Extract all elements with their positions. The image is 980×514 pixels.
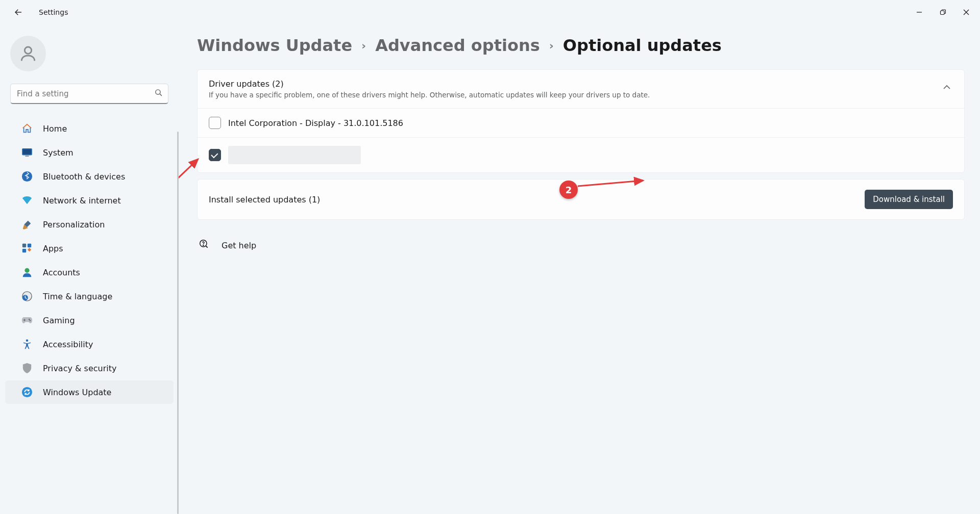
search-icon — [154, 88, 163, 99]
get-help-label: Get help — [222, 241, 256, 250]
window-title: Settings — [39, 8, 68, 16]
main-content: Windows Update › Advanced options › Opti… — [179, 24, 980, 514]
windows-update-icon — [21, 387, 33, 398]
system-icon — [21, 147, 33, 158]
breadcrumb-windows-update[interactable]: Windows Update — [197, 36, 352, 55]
svg-point-20 — [22, 387, 32, 397]
search-field[interactable] — [17, 89, 148, 98]
driver-updates-card: Driver updates (2) If you have a specifi… — [197, 69, 965, 173]
update-row[interactable]: Intel Corporation - Display - 31.0.101.5… — [198, 109, 964, 138]
svg-rect-9 — [25, 156, 29, 157]
sidebar-item-label: Network & internet — [43, 196, 121, 205]
chevron-right-icon: › — [549, 39, 554, 52]
accounts-icon — [21, 267, 33, 278]
sidebar-item-label: System — [43, 148, 74, 158]
svg-rect-1 — [941, 11, 945, 15]
sidebar-item-label: Bluetooth & devices — [43, 172, 125, 182]
close-button[interactable] — [954, 2, 978, 22]
update-label-redacted — [228, 146, 361, 164]
sidebar-item-privacy[interactable]: Privacy & security — [5, 356, 174, 380]
sidebar-item-home[interactable]: Home — [5, 117, 174, 140]
personalization-icon — [21, 219, 33, 230]
breadcrumb: Windows Update › Advanced options › Opti… — [197, 36, 965, 55]
home-icon — [21, 123, 33, 134]
driver-updates-subtext: If you have a specific problem, one of t… — [209, 91, 936, 99]
install-selected-card: Install selected updates (1) Download & … — [197, 179, 965, 220]
gaming-icon — [21, 315, 33, 326]
driver-updates-header[interactable]: Driver updates (2) If you have a specifi… — [198, 70, 964, 109]
sidebar-item-accounts[interactable]: Accounts — [5, 261, 174, 284]
sidebar-item-label: Privacy & security — [43, 364, 116, 373]
svg-rect-11 — [22, 244, 26, 247]
update-checkbox[interactable] — [209, 149, 221, 161]
update-checkbox[interactable] — [209, 117, 221, 129]
svg-line-6 — [160, 94, 162, 96]
accessibility-icon — [21, 339, 33, 350]
sidebar-item-accessibility[interactable]: Accessibility — [5, 332, 174, 356]
privacy-icon — [21, 363, 33, 374]
svg-point-19 — [26, 339, 29, 342]
help-icon — [199, 239, 209, 251]
svg-point-14 — [24, 268, 29, 273]
sidebar: Home System Bluetooth & devices Network … — [0, 24, 179, 514]
get-help-link[interactable]: Get help — [197, 239, 965, 251]
sidebar-item-gaming[interactable]: Gaming — [5, 309, 174, 332]
driver-updates-title: Driver updates (2) — [209, 79, 936, 89]
sidebar-item-label: Windows Update — [43, 388, 111, 397]
maximize-button[interactable] — [931, 2, 954, 22]
sidebar-item-apps[interactable]: Apps — [5, 237, 174, 260]
time-language-icon — [21, 291, 33, 302]
sidebar-item-label: Gaming — [43, 316, 75, 325]
svg-point-5 — [156, 90, 160, 94]
breadcrumb-current: Optional updates — [563, 36, 722, 55]
sidebar-item-system[interactable]: System — [5, 141, 174, 164]
sidebar-item-bluetooth[interactable]: Bluetooth & devices — [5, 165, 174, 188]
bluetooth-icon — [21, 171, 33, 182]
chevron-up-icon[interactable] — [943, 82, 951, 92]
svg-point-17 — [29, 319, 30, 320]
network-icon — [21, 195, 33, 206]
sidebar-item-label: Personalization — [43, 220, 105, 229]
sidebar-item-label: Accounts — [43, 268, 80, 277]
svg-rect-12 — [28, 244, 31, 247]
sidebar-item-windows-update[interactable]: Windows Update — [5, 380, 174, 404]
apps-icon — [21, 243, 33, 254]
user-avatar[interactable] — [10, 36, 46, 71]
svg-line-23 — [179, 159, 198, 178]
chevron-right-icon: › — [361, 39, 366, 52]
update-label: Intel Corporation - Display - 31.0.101.5… — [228, 118, 403, 128]
svg-point-22 — [203, 245, 204, 245]
svg-rect-8 — [23, 149, 31, 155]
install-selected-label: Install selected updates (1) — [209, 195, 320, 204]
sidebar-item-label: Apps — [43, 244, 63, 253]
sidebar-item-label: Accessibility — [43, 340, 93, 349]
sidebar-item-personalization[interactable]: Personalization — [5, 213, 174, 236]
titlebar: Settings — [0, 0, 980, 24]
sidebar-item-label: Time & language — [43, 292, 112, 301]
minimize-button[interactable] — [908, 2, 931, 22]
back-button[interactable] — [12, 6, 24, 18]
sidebar-item-network[interactable]: Network & internet — [5, 189, 174, 212]
search-input[interactable] — [10, 84, 168, 104]
download-install-button[interactable]: Download & install — [865, 190, 953, 209]
sidebar-item-label: Home — [43, 124, 67, 134]
svg-rect-13 — [22, 249, 26, 252]
breadcrumb-advanced-options[interactable]: Advanced options — [375, 36, 540, 55]
sidebar-item-time-language[interactable]: Time & language — [5, 285, 174, 308]
update-row[interactable] — [198, 138, 964, 172]
svg-point-18 — [30, 320, 31, 322]
svg-point-4 — [24, 47, 31, 54]
